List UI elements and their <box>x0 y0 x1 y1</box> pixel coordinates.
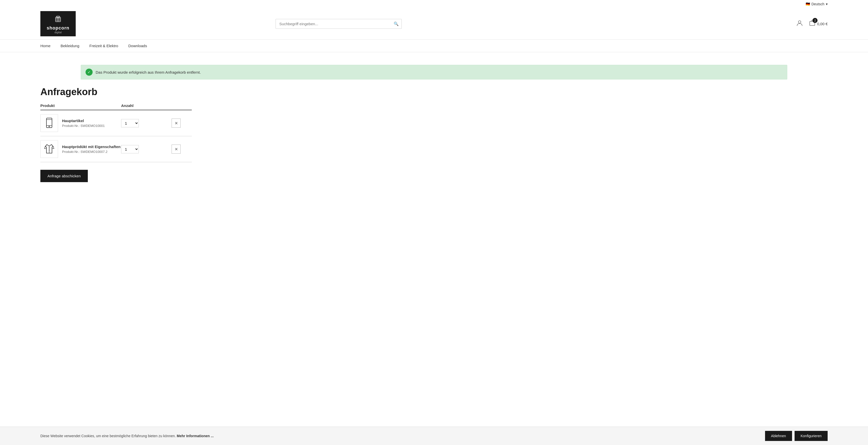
cart-table: Produkt Anzahl Hauptartikel Produkt-Nr.:… <box>40 103 192 162</box>
submit-button[interactable]: Anfrage abschicken <box>40 170 88 182</box>
language-label: Deutsch <box>811 2 824 6</box>
header-product: Produkt <box>40 103 121 108</box>
search-input[interactable] <box>276 19 402 29</box>
success-notification: ✓ Das Produkt wurde erfolgreich aus Ihre… <box>81 65 787 80</box>
nav-item-freizeit[interactable]: Freizeit & Elektro <box>84 40 123 52</box>
search-icon: 🔍 <box>394 22 399 26</box>
remove-button-1[interactable]: ✕ <box>172 119 181 128</box>
logo-icon <box>54 13 63 25</box>
language-selector[interactable]: 🇩🇪 Deutsch ▾ <box>806 2 828 6</box>
cart-wrapper[interactable]: 2 0,00 € <box>809 20 828 28</box>
main-content: ✓ Das Produkt wurde erfolgreich aus Ihre… <box>0 52 868 190</box>
logo-subtext: digital <box>55 31 62 34</box>
top-bar: 🇩🇪 Deutsch ▾ <box>0 0 868 8</box>
table-row: Hauptprödükt mit Eigenschaften Produkt-N… <box>40 136 192 162</box>
remove-button-2[interactable]: ✕ <box>172 145 181 154</box>
dropdown-arrow-icon: ▾ <box>826 2 828 6</box>
phone-icon <box>43 117 55 129</box>
product-sku-1: Produkt-Nr.: SWDEMO10001 <box>62 124 105 128</box>
header: shopcorn digital 🔍 2 0,00 € <box>0 8 868 40</box>
header-quantity: Anzahl <box>121 103 172 108</box>
cart-amount: 0,00 € <box>817 22 828 26</box>
nav-item-bekleidung[interactable]: Bekleidung <box>56 40 84 52</box>
product-info-1: Hauptartikel Produkt-Nr.: SWDEMO10001 <box>62 119 105 128</box>
quantity-select-1[interactable]: 1 2 3 <box>121 119 139 127</box>
product-cell-1: Hauptartikel Produkt-Nr.: SWDEMO10001 <box>40 114 121 132</box>
jacket-icon <box>43 143 55 155</box>
logo[interactable]: shopcorn digital <box>40 11 76 36</box>
svg-point-7 <box>798 21 801 23</box>
notification-check-icon: ✓ <box>86 69 93 76</box>
remove-cell-1: ✕ <box>172 119 192 128</box>
navigation: Home Bekleidung Freizeit & Elektro Downl… <box>0 40 868 52</box>
table-row: Hauptartikel Produkt-Nr.: SWDEMO10001 1 … <box>40 110 192 136</box>
logo-text: shopcorn <box>47 26 69 31</box>
svg-point-14 <box>49 149 50 150</box>
flag-icon: 🇩🇪 <box>806 2 810 6</box>
header-actions <box>172 103 192 108</box>
header-actions: 2 0,00 € <box>796 20 828 28</box>
product-image-2 <box>40 140 58 158</box>
remove-cell-2: ✕ <box>172 145 192 154</box>
search-bar: 🔍 <box>276 19 402 29</box>
product-name-1: Hauptartikel <box>62 119 105 123</box>
svg-point-10 <box>49 126 50 127</box>
quantity-select-2[interactable]: 1 2 3 <box>121 145 139 153</box>
product-image-1 <box>40 114 58 132</box>
account-icon[interactable] <box>796 20 803 28</box>
product-name-2: Hauptprödükt mit Eigenschaften <box>62 145 121 149</box>
nav-item-home[interactable]: Home <box>40 40 56 52</box>
table-header: Produkt Anzahl <box>40 103 192 110</box>
svg-point-13 <box>49 147 50 148</box>
notification-text: Das Produkt wurde erfolgreich aus Ihrem … <box>96 70 201 74</box>
product-info-2: Hauptprödükt mit Eigenschaften Produkt-N… <box>62 145 121 154</box>
quantity-cell-1: 1 2 3 <box>121 119 172 127</box>
quantity-cell-2: 1 2 3 <box>121 145 172 153</box>
svg-point-15 <box>49 150 50 151</box>
product-sku-2: Produkt-Nr.: SWDEMO10007.2 <box>62 150 121 154</box>
page-title: Anfragekorb <box>40 87 828 97</box>
nav-item-downloads[interactable]: Downloads <box>123 40 152 52</box>
cart-badge: 2 <box>812 18 817 23</box>
product-cell-2: Hauptprödükt mit Eigenschaften Produkt-N… <box>40 140 121 158</box>
